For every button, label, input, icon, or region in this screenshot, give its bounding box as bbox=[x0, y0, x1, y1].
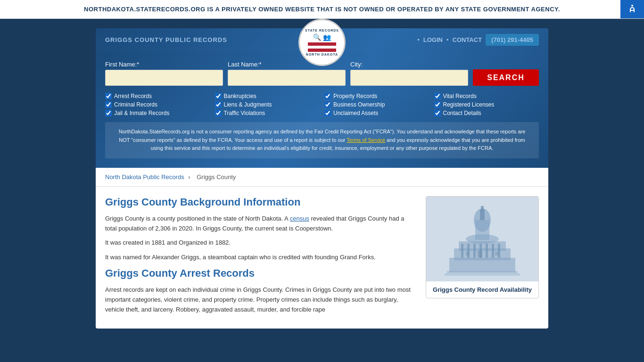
header-card: GRIGGS COUNTY PUBLIC RECORDS STATE RECOR… bbox=[96, 28, 548, 168]
census-link[interactable]: census bbox=[290, 215, 309, 222]
checkbox-input[interactable] bbox=[324, 101, 331, 108]
checkbox-input[interactable] bbox=[434, 110, 441, 116]
accessibility-icon bbox=[627, 4, 638, 15]
svg-rect-18 bbox=[478, 251, 482, 257]
checkbox-item: Bankruptcies bbox=[215, 93, 320, 99]
last-name-input[interactable] bbox=[228, 70, 346, 86]
bg-para-1: Griggs County is a county positioned in … bbox=[105, 214, 416, 234]
checkbox-input[interactable] bbox=[215, 101, 222, 108]
search-section: First Name:* Last Name:* City: SEARCH Ar… bbox=[96, 51, 548, 168]
checkbox-item: Contact Details bbox=[434, 110, 539, 116]
svg-rect-17 bbox=[445, 273, 520, 276]
first-name-group: First Name:* bbox=[105, 61, 223, 86]
sidebar-card: Griggs County Record Availability bbox=[426, 196, 539, 298]
checkbox-label: Registered Licenses bbox=[443, 101, 495, 108]
checkboxes-row: Arrest RecordsBankruptciesProperty Recor… bbox=[105, 93, 539, 116]
checkbox-label: Bankruptcies bbox=[224, 93, 256, 99]
checkbox-item: Jail & Inmate Records bbox=[105, 110, 210, 116]
header-nav: • LOGIN • CONTACT (701) 291-4405 bbox=[417, 34, 539, 46]
checkbox-input[interactable] bbox=[215, 93, 222, 99]
people-icon: 👥 bbox=[323, 33, 331, 41]
bg-para-2: It was created in 1881 and Organized in … bbox=[105, 238, 416, 248]
dot2: • bbox=[446, 36, 449, 43]
breadcrumb-current: Griggs County bbox=[197, 173, 236, 181]
checkbox-item: Criminal Records bbox=[105, 101, 210, 108]
breadcrumb: North Dakota Public Records › Griggs Cou… bbox=[96, 168, 548, 187]
checkbox-input[interactable] bbox=[324, 93, 331, 99]
svg-rect-20 bbox=[495, 252, 499, 255]
checkbox-item: Vital Records bbox=[434, 93, 539, 99]
checkbox-label: Arrest Records bbox=[114, 93, 152, 99]
checkbox-item: Unclaimed Assets bbox=[324, 110, 429, 116]
checkbox-label: Contact Details bbox=[443, 110, 481, 116]
logo-top-text: STATE RECORDS bbox=[305, 29, 339, 32]
checkbox-label: Vital Records bbox=[443, 93, 477, 99]
main-container: GRIGGS COUNTY PUBLIC RECORDS STATE RECOR… bbox=[96, 19, 548, 343]
city-label: City: bbox=[350, 61, 468, 68]
dot1: • bbox=[417, 36, 420, 43]
checkbox-input[interactable] bbox=[434, 101, 441, 108]
svg-rect-10 bbox=[498, 244, 500, 258]
main-text: Griggs County Background Information Gri… bbox=[105, 196, 416, 320]
contact-link[interactable]: CONTACT bbox=[453, 36, 482, 43]
checkbox-label: Property Records bbox=[333, 93, 377, 99]
svg-rect-8 bbox=[486, 244, 488, 258]
svg-rect-4 bbox=[461, 244, 463, 258]
sidebar-caption: Griggs County Record Availability bbox=[426, 281, 538, 298]
content-body: Griggs County Background Information Gri… bbox=[96, 187, 548, 329]
logo-flag bbox=[308, 42, 336, 52]
search-button[interactable]: SEARCH bbox=[473, 69, 539, 86]
content-card: North Dakota Public Records › Griggs Cou… bbox=[96, 168, 548, 329]
checkbox-label: Jail & Inmate Records bbox=[114, 110, 169, 116]
arrest-title: Griggs County Arrest Records bbox=[105, 267, 416, 280]
checkbox-input[interactable] bbox=[105, 110, 112, 116]
logo-circle: STATE RECORDS 🔍 👥 NORTH DAKOTA bbox=[298, 19, 346, 66]
checkbox-input[interactable] bbox=[324, 110, 331, 116]
sidebar: Griggs County Record Availability bbox=[426, 196, 539, 320]
breadcrumb-link[interactable]: North Dakota Public Records bbox=[105, 173, 184, 181]
svg-rect-14 bbox=[480, 210, 485, 220]
accessibility-button[interactable] bbox=[620, 0, 644, 18]
checkbox-label: Traffic Violations bbox=[224, 110, 265, 116]
first-name-input[interactable] bbox=[105, 70, 223, 86]
banner-text: NORTHDAKOTA.STATERECORDS.ORG IS A PRIVAT… bbox=[28, 6, 616, 13]
checkbox-item: Property Records bbox=[324, 93, 429, 99]
bg-title: Griggs County Background Information bbox=[105, 196, 416, 208]
city-input[interactable] bbox=[350, 70, 468, 86]
checkbox-label: Unclaimed Assets bbox=[333, 110, 378, 116]
checkbox-label: Criminal Records bbox=[114, 101, 157, 108]
header-top: GRIGGS COUNTY PUBLIC RECORDS STATE RECOR… bbox=[96, 28, 548, 51]
logo-bottom-text: NORTH DAKOTA bbox=[305, 53, 339, 56]
checkbox-item: Registered Licenses bbox=[434, 101, 539, 108]
logo-inner: STATE RECORDS 🔍 👥 NORTH DAKOTA bbox=[305, 29, 339, 56]
site-title: GRIGGS COUNTY PUBLIC RECORDS bbox=[105, 36, 227, 43]
building-svg bbox=[440, 201, 525, 277]
bg-para-3: It was named for Alexander Griggs, a ste… bbox=[105, 253, 416, 263]
checkbox-input[interactable] bbox=[105, 93, 112, 99]
checkbox-input[interactable] bbox=[105, 101, 112, 108]
svg-point-0 bbox=[631, 5, 633, 7]
checkbox-item: Business Ownership bbox=[324, 101, 429, 108]
checkbox-item: Liens & Judgments bbox=[215, 101, 320, 108]
svg-rect-16 bbox=[447, 271, 518, 273]
checkbox-input[interactable] bbox=[215, 110, 222, 116]
phone-number[interactable]: (701) 291-4405 bbox=[486, 34, 539, 46]
svg-rect-9 bbox=[492, 244, 494, 258]
svg-rect-15 bbox=[481, 206, 484, 211]
arrest-para: Arrest records are kept on each individu… bbox=[105, 285, 416, 314]
checkbox-item: Traffic Violations bbox=[215, 110, 320, 116]
checkbox-label: Business Ownership bbox=[333, 101, 385, 108]
breadcrumb-separator: › bbox=[188, 173, 190, 181]
login-link[interactable]: LOGIN bbox=[423, 36, 443, 43]
checkbox-label: Liens & Judgments bbox=[224, 101, 272, 108]
sidebar-building-image bbox=[426, 197, 538, 281]
terms-link[interactable]: Terms of Service bbox=[347, 137, 385, 143]
checkbox-input[interactable] bbox=[434, 93, 441, 99]
logo-area: STATE RECORDS 🔍 👥 NORTH DAKOTA bbox=[298, 19, 346, 66]
top-banner: NORTHDAKOTA.STATERECORDS.ORG IS A PRIVAT… bbox=[0, 0, 644, 19]
search-icon: 🔍 bbox=[313, 33, 321, 41]
disclaimer-content: NorthDakota.StateRecords.org is not a co… bbox=[119, 129, 526, 151]
svg-rect-19 bbox=[466, 252, 470, 255]
disclaimer-text: NorthDakota.StateRecords.org is not a co… bbox=[105, 122, 539, 158]
svg-rect-5 bbox=[467, 244, 470, 258]
